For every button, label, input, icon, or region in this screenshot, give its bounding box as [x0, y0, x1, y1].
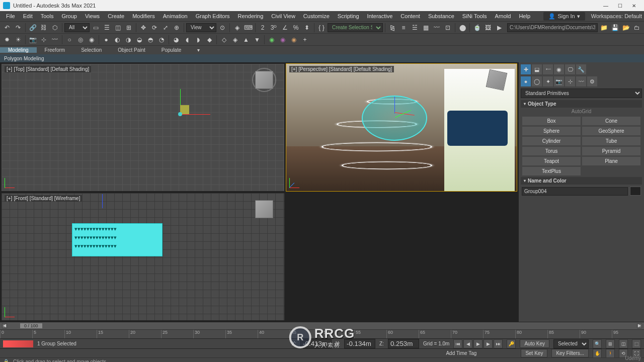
manipulate-button[interactable]: ◈ [232, 23, 242, 33]
ribbon-expand-icon[interactable]: ▾ [189, 47, 208, 53]
nav-zoomall-icon[interactable]: ⊞ [606, 339, 615, 348]
material-editor-button[interactable]: ⬤ [457, 23, 467, 33]
prev-frame-button[interactable]: ◀ [463, 339, 472, 348]
menu-graph-editors[interactable]: Graph Editors [192, 13, 234, 19]
create-box-button[interactable]: Box [522, 116, 581, 126]
create-light-icon[interactable]: ✸ [2, 35, 12, 45]
nav-zoom-icon[interactable]: 🔍 [593, 339, 602, 348]
icon-m[interactable]: ▼ [252, 35, 262, 45]
ref-coord-system[interactable]: View [186, 23, 216, 32]
viewport-persp-label[interactable]: [+] [Perspective] [Standard] [Default Sh… [289, 66, 394, 72]
icon-l[interactable]: ▲ [241, 35, 251, 45]
category-dropdown[interactable]: Standard Primitives [521, 88, 642, 98]
hierarchy-tab[interactable]: ⬳ [543, 64, 553, 74]
menu-views[interactable]: Views [81, 13, 104, 19]
slider-next[interactable]: ▶ [637, 323, 642, 328]
spinner-snap-button[interactable]: ⬍ [302, 23, 312, 33]
move-button[interactable]: ✥ [138, 23, 148, 33]
nav-region-icon[interactable]: ⬚ [632, 339, 641, 348]
autogrid-checkbox[interactable]: AutoGrid [521, 108, 642, 115]
goto-end-button[interactable]: ⏭ [494, 339, 503, 348]
select-object-button[interactable]: ▭ [91, 23, 101, 33]
spacewarps-icon[interactable]: 〰 [576, 76, 586, 86]
sun-icon[interactable]: ☀ [13, 35, 23, 45]
geometry-icon[interactable]: ● [521, 76, 531, 86]
create-sphere-button[interactable]: Sphere [522, 126, 581, 136]
render-setup-button[interactable]: 🍵 [472, 23, 482, 33]
edit-selection-set-button[interactable]: { } [316, 23, 327, 33]
select-name-button[interactable]: ☰ [102, 23, 112, 33]
undo-button[interactable]: ↶ [2, 23, 12, 33]
nav-fov-icon[interactable]: ◫ [619, 339, 628, 348]
create-geosphere-button[interactable]: GeoSphere [582, 126, 641, 136]
create-cone-button[interactable]: Cone [582, 116, 641, 126]
viewcube-front[interactable] [252, 197, 276, 221]
project-path[interactable] [507, 23, 598, 32]
green-icon[interactable]: ◉ [267, 35, 277, 45]
redo-button[interactable]: ↷ [13, 23, 23, 33]
scale-button[interactable]: ⤢ [160, 23, 171, 33]
create-textplus-button[interactable]: TextPlus [522, 166, 581, 176]
menu-interactive[interactable]: Interactive [363, 13, 397, 19]
plus-icon[interactable]: + [300, 35, 310, 45]
create-tab[interactable]: ✚ [521, 64, 531, 74]
snap-2d-button[interactable]: 2 [258, 23, 268, 33]
camera-icon[interactable]: 📷 [28, 35, 38, 45]
icon-c[interactable]: ◒ [134, 35, 144, 45]
minimize-button[interactable]: — [599, 1, 613, 11]
menu-arnold[interactable]: Arnold [491, 13, 515, 19]
goto-start-button[interactable]: ⏮ [453, 339, 462, 348]
snap-3d-button[interactable]: 3ᴰ [269, 23, 279, 33]
angle-snap-button[interactable]: ∠ [280, 23, 290, 33]
menu-modifiers[interactable]: Modifiers [128, 13, 159, 19]
icon-k[interactable]: ◈ [230, 35, 240, 45]
link-button[interactable]: 🔗 [28, 23, 38, 33]
mirror-button[interactable]: ⧎ [387, 23, 397, 33]
menu-sini-tools[interactable]: SiNi Tools [458, 13, 491, 19]
z-coord[interactable] [388, 339, 419, 348]
menu-group[interactable]: Group [57, 13, 81, 19]
render-frame-button[interactable]: 🖼 [483, 23, 493, 33]
create-tube-button[interactable]: Tube [582, 136, 641, 146]
setkey-button[interactable]: Set Key [521, 349, 547, 357]
free-icon[interactable]: ◉ [87, 35, 97, 45]
shapes-icon[interactable]: ◯ [532, 76, 542, 86]
tab-populate[interactable]: Populate [153, 47, 189, 53]
key-target[interactable]: Selected [553, 339, 589, 348]
create-teapot-button[interactable]: Teapot [522, 156, 581, 166]
render-button[interactable]: ▶ [494, 23, 504, 33]
keyboard-shortcut-button[interactable]: ⌨ [243, 23, 253, 33]
icon-a[interactable]: ◐ [112, 35, 122, 45]
icon-d[interactable]: ◓ [145, 35, 155, 45]
tab-object-paint[interactable]: Object Paint [110, 47, 153, 53]
viewport-top-label[interactable]: [+] [Top] [Standard] [Default Shading] [5, 66, 91, 72]
selected-object[interactable] [362, 96, 427, 141]
menu-substance[interactable]: Substance [424, 13, 458, 19]
menu-edit[interactable]: Edit [19, 13, 37, 19]
create-plane-button[interactable]: Plane [582, 156, 641, 166]
bind-button[interactable]: ⬡ [50, 23, 60, 33]
named-selection-set[interactable]: Create Selection Se [328, 23, 383, 32]
object-name-input[interactable] [522, 187, 628, 196]
next-frame-button[interactable]: ▶ [484, 339, 493, 348]
open-folder-button[interactable]: 📁 [599, 23, 609, 33]
viewport-perspective[interactable]: [+] [Perspective] [Standard] [Default Sh… [286, 63, 517, 192]
create-pyramid-button[interactable]: Pyramid [582, 146, 641, 156]
save-button[interactable]: 💾 [610, 23, 620, 33]
helpers-icon[interactable]: ⊹ [565, 76, 575, 86]
target-icon[interactable]: ◎ [75, 35, 86, 45]
space-warp-icon[interactable]: 〰 [50, 35, 60, 45]
signin-button[interactable]: 👤 Sign In ▾ [543, 12, 585, 21]
utilities-tab[interactable]: 🔧 [576, 64, 586, 74]
icon-j[interactable]: ◇ [219, 35, 229, 45]
menu-scripting[interactable]: Scripting [334, 13, 363, 19]
nav-pan-icon[interactable]: ✋ [593, 349, 602, 358]
menu-help[interactable]: Help [515, 13, 534, 19]
icon-e[interactable]: ◔ [156, 35, 167, 45]
layers-button[interactable]: ☱ [410, 23, 420, 33]
viewcube-persp[interactable] [485, 68, 509, 92]
create-torus-button[interactable]: Torus [522, 146, 581, 156]
key-mode-button[interactable]: 🔑 [507, 339, 516, 348]
pivot-button[interactable]: ⊙ [217, 23, 227, 33]
folder-plus-button[interactable]: 📂 [621, 23, 631, 33]
